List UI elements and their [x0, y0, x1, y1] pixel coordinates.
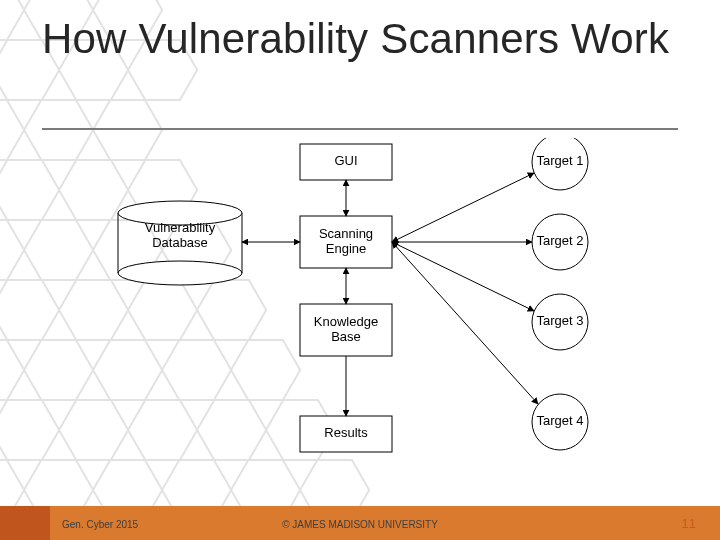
- slide: How Vulnerability Scanners Work Vulnerab…: [0, 0, 720, 540]
- footer-center: © JAMES MADISON UNIVERSITY: [0, 519, 720, 530]
- label-t3: Target 3: [537, 313, 584, 328]
- title-rule: [42, 128, 678, 130]
- edge-engine-t1: [392, 173, 534, 242]
- title-text: How Vulnerability Scanners Work: [42, 15, 669, 62]
- label-t1: Target 1: [537, 153, 584, 168]
- node-scanning-engine: ScanningEngine: [300, 216, 392, 268]
- node-target-4: Target 4: [532, 394, 588, 450]
- slide-title: How Vulnerability Scanners Work: [42, 16, 669, 61]
- node-target-1: Target 1: [532, 138, 588, 190]
- label-t4: Target 4: [537, 413, 584, 428]
- label-engine: ScanningEngine: [319, 226, 373, 256]
- node-vulnerability-database: VulnerabilityDatabase: [118, 201, 242, 285]
- page-number: 11: [682, 516, 696, 531]
- edges: [242, 173, 538, 416]
- node-gui: GUI: [300, 144, 392, 180]
- label-t2: Target 2: [537, 233, 584, 248]
- edge-engine-t3: [392, 242, 534, 311]
- label-results: Results: [324, 425, 368, 440]
- node-knowledge-base: KnowledgeBase: [300, 304, 392, 356]
- node-target-3: Target 3: [532, 294, 588, 350]
- svg-point-0: [118, 261, 242, 285]
- label-gui: GUI: [334, 153, 357, 168]
- node-results: Results: [300, 416, 392, 452]
- edge-engine-t4: [392, 242, 538, 404]
- node-target-2: Target 2: [532, 214, 588, 270]
- architecture-diagram: VulnerabilityDatabase GUI ScanningEngine…: [0, 138, 720, 488]
- label-db-l1: VulnerabilityDatabase: [145, 220, 216, 250]
